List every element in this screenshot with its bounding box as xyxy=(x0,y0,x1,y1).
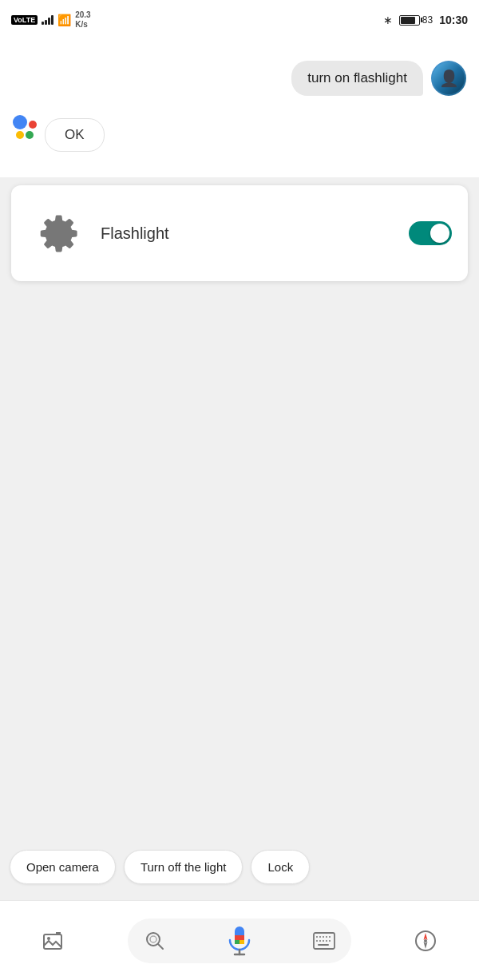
status-right: ∗ 83 10:30 xyxy=(383,14,468,26)
wifi-icon: 📶 xyxy=(57,14,71,26)
compass-icon[interactable] xyxy=(408,923,443,958)
battery-indicator: 83 xyxy=(399,14,433,26)
bottom-bar xyxy=(0,900,479,980)
user-message-text: turn on flashlight xyxy=(307,70,407,85)
signal-bar-3 xyxy=(48,18,50,25)
svg-marker-28 xyxy=(423,942,427,949)
lens-icon[interactable] xyxy=(141,926,169,955)
dot-blue xyxy=(13,115,27,129)
battery-box xyxy=(399,15,420,26)
signal-bar-4 xyxy=(51,15,53,25)
status-left: VoLTE 📶 20.3 K/s xyxy=(11,10,91,30)
flashlight-label: Flashlight xyxy=(101,224,169,243)
gear-icon xyxy=(27,204,85,262)
user-message-bubble: turn on flashlight xyxy=(291,61,423,96)
keyboard-icon[interactable] xyxy=(310,926,338,955)
svg-point-5 xyxy=(150,936,156,942)
flashlight-toggle-wrap[interactable] xyxy=(409,221,452,245)
bluetooth-icon: ∗ xyxy=(383,14,393,26)
volte-badge: VoLTE xyxy=(11,15,38,25)
google-assistant-logo xyxy=(13,115,37,139)
speed-text: 20.3 K/s xyxy=(75,10,90,30)
svg-rect-10 xyxy=(235,940,240,944)
assistant-ok-text: OK xyxy=(65,127,85,142)
svg-point-1 xyxy=(47,937,50,940)
flashlight-toggle[interactable] xyxy=(409,221,452,245)
time-display: 10:30 xyxy=(439,14,468,26)
mic-bar xyxy=(128,919,351,963)
battery-fill xyxy=(401,17,415,24)
chat-area: turn on flashlight OK xyxy=(0,40,479,177)
svg-marker-27 xyxy=(423,933,427,940)
signal-bar-2 xyxy=(45,20,47,25)
flashlight-card: Flashlight xyxy=(11,185,468,281)
flashlight-card-left: Flashlight xyxy=(27,204,169,262)
gallery-icon[interactable] xyxy=(36,923,71,958)
avatar-image xyxy=(433,62,465,94)
mic-button[interactable] xyxy=(222,923,257,958)
assistant-ok-bubble: OK xyxy=(45,118,105,152)
middle-area xyxy=(0,289,479,577)
suggestion-chip-1[interactable]: Turn off the light xyxy=(124,850,243,884)
suggestions-row: Open camera Turn off the light Lock xyxy=(0,842,479,892)
svg-rect-0 xyxy=(44,934,61,949)
signal-bars xyxy=(42,15,53,25)
assistant-row: OK xyxy=(13,112,466,152)
signal-bar-1 xyxy=(42,22,44,25)
dot-yellow xyxy=(16,131,24,139)
dot-green xyxy=(26,131,34,139)
svg-line-6 xyxy=(158,944,163,949)
suggestion-chip-2[interactable]: Lock xyxy=(251,850,310,884)
svg-point-26 xyxy=(424,939,427,942)
suggestion-chip-0[interactable]: Open camera xyxy=(10,850,116,884)
user-message-row: turn on flashlight xyxy=(13,61,466,96)
battery-percent: 83 xyxy=(422,14,433,26)
status-bar: VoLTE 📶 20.3 K/s ∗ 83 10:30 xyxy=(0,0,479,40)
avatar xyxy=(431,61,466,96)
dot-red xyxy=(29,121,37,129)
